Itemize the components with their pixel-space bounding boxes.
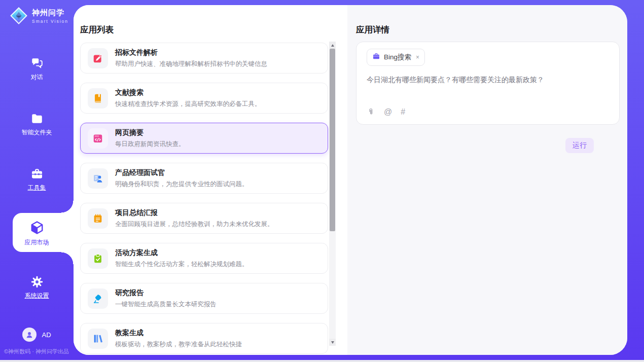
app-card-title: 活动方案生成 [115,248,248,258]
app-card-title: 文献搜索 [115,88,261,97]
app-card-list: 招标文件解析 帮助用户快速、准确地理解和解析招标书中的关键信息 文献搜索 快速精… [80,43,328,354]
app-window: 神州问学 Smart Vision 对话 智能文件夹 工具集 应用市场 系统设置… [0,0,644,362]
scroll-up-icon [331,44,334,47]
app-card[interactable]: 研究报告 一键智能生成高质量长文本研究报告 [80,283,328,314]
run-button[interactable]: 运行 [565,138,594,153]
brand-diamond-icon [9,6,28,25]
app-card-description: 快速精准查找学术资源，提高研究效率的必备工具。 [115,100,261,108]
main-content: 应用列表 招标文件解析 帮助用户快速、准确地理解和解析招标书中的关键信息 文献搜… [74,5,627,355]
sidebar-item-label: 智能文件夹 [22,128,52,137]
app-card-description: 一键智能生成高质量长文本研究报告 [115,300,217,309]
mention-icon[interactable]: @ [384,108,392,116]
user-initials: AD [42,331,51,339]
app-card[interactable]: 招标文件解析 帮助用户快速、准确地理解和解析招标书中的关键信息 [80,43,328,74]
app-card[interactable]: 项目总结汇报 全面回顾项目进展，总结经验教训，助力未来优化发展。 [80,203,328,234]
pen-square-icon [88,48,108,68]
pill-fillet-bottom [61,252,74,264]
sidebar: 神州问学 Smart Vision 对话 智能文件夹 工具集 应用市场 系统设置… [0,0,74,362]
cube-icon [29,220,45,235]
app-card-title: 产品经理面试官 [115,168,248,177]
app-card-title: 网页摘要 [115,128,185,137]
tool-chip-label: Bing搜索 [384,53,411,62]
app-card-title: 项目总结汇报 [115,208,274,218]
gear-icon [30,275,44,288]
briefcase-icon [372,52,380,62]
app-card-title: 教案生成 [115,329,242,338]
app-card-description: 每日政府新闻资讯快查。 [115,140,185,149]
browser-code-icon [88,128,108,149]
sidebar-item-label: 应用市场 [25,238,49,247]
prompt-text[interactable]: 今日湖北有哪些新闻要点？有哪些需要关注的最新政策？ [367,76,605,85]
tool-chip-bing-search[interactable]: Bing搜索 × [367,49,425,66]
avatar [22,328,37,342]
book-icon [88,88,108,108]
app-card-title: 研究报告 [115,288,217,298]
app-card[interactable]: 网页摘要 每日政府新闻资讯快查。 [80,123,328,154]
app-list-title: 应用列表 [80,24,114,35]
user-account[interactable]: AD [0,328,74,342]
app-card-description: 帮助用户快速、准确地理解和解析招标书中的关键信息 [115,60,267,68]
scrollbar[interactable] [329,42,336,346]
app-card-description: 全面回顾项目进展，总结经验教训，助力未来优化发展。 [115,220,274,229]
brand-logo: 神州问学 Smart Vision [9,6,68,25]
scrollbar-down-button[interactable] [329,339,336,346]
app-list-panel: 应用列表 招标文件解析 帮助用户快速、准确地理解和解析招标书中的关键信息 文献搜… [74,5,347,355]
interview-icon [88,168,108,189]
chat-icon [30,57,44,70]
chip-close-icon[interactable]: × [416,54,419,61]
sidebar-footer: ©神州数码 · 神州问学出品 [4,348,69,355]
scrollbar-up-button[interactable] [329,42,336,49]
scrollbar-thumb[interactable] [330,49,335,231]
hash-icon[interactable]: # [401,108,405,116]
app-card-title: 招标文件解析 [115,48,267,57]
scroll-down-icon [331,341,334,344]
clipboard-check-icon [88,248,108,269]
research-icon [88,288,108,309]
app-card-description: 模板驱动，教案秒成，教学准备从此轻松快捷 [115,340,242,349]
app-card[interactable]: 产品经理面试官 明确身份和职责，为您提供专业性的面试问题。 [80,163,328,194]
sidebar-item-toolset[interactable]: 工具集 [0,167,74,192]
attachment-icon[interactable] [367,107,375,116]
prompt-card: Bing搜索 × 今日湖北有哪些新闻要点？有哪些需要关注的最新政策？ @# [356,42,620,125]
toolbox-icon [30,167,44,180]
app-card[interactable]: 活动方案生成 智能生成个性化活动方案，轻松解决规划难题。 [80,243,328,274]
brand-name: 神州问学 [32,8,68,18]
sidebar-item-label: 系统设置 [25,292,49,300]
sidebar-item-system-settings[interactable]: 系统设置 [0,275,74,300]
user-avatar-icon [24,330,34,340]
sidebar-item-label: 对话 [31,73,43,82]
app-card-description: 明确身份和职责，为您提供专业性的面试问题。 [115,180,248,189]
app-card[interactable]: 教案生成 模板驱动，教案秒成，教学准备从此轻松快捷 [80,323,328,354]
app-detail-panel: 应用详情 Bing搜索 × 今日湖北有哪些新闻要点？有哪些需要关注的最新政策？ … [347,5,627,355]
app-card[interactable]: 文献搜索 快速精准查找学术资源，提高研究效率的必备工具。 [80,83,328,114]
pill-fillet-top [61,201,74,213]
sidebar-item-chat[interactable]: 对话 [0,57,74,82]
books-icon [88,329,108,349]
sidebar-item-app-market[interactable]: 应用市场 [0,220,74,247]
sidebar-item-label: 工具集 [28,184,46,192]
report-note-icon [88,208,108,229]
window-bottom-edge [0,360,644,362]
composer-toolbar: @# [367,107,405,116]
sidebar-item-smart-folder[interactable]: 智能文件夹 [0,112,74,137]
brand-subtitle: Smart Vision [32,19,68,24]
folder-icon [30,112,44,125]
app-detail-title: 应用详情 [356,24,389,35]
app-card-description: 智能生成个性化活动方案，轻松解决规划难题。 [115,260,248,269]
